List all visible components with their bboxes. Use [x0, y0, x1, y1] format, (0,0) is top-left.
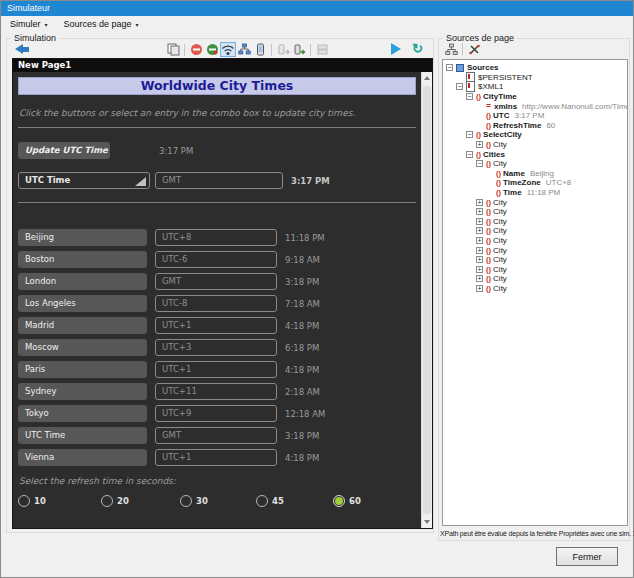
city-button-beijing[interactable]: Beijing: [18, 229, 147, 246]
tree-node[interactable]: +( )City: [443, 284, 627, 294]
radio-icon[interactable]: [333, 495, 345, 507]
radio-icon[interactable]: [18, 495, 30, 507]
expand-icon[interactable]: +: [476, 199, 483, 206]
titlebar[interactable]: Simulateur: [1, 1, 633, 16]
city-button-tokyo[interactable]: Tokyo: [18, 405, 147, 422]
city-zone-field[interactable]: GMT: [155, 273, 277, 290]
reload-icon[interactable]: ↻: [412, 41, 423, 57]
tree-node[interactable]: +( )City: [443, 274, 627, 284]
tree-node[interactable]: −( )CityTime: [443, 92, 627, 102]
device-upload-icon[interactable]: [275, 42, 291, 57]
tree-node[interactable]: −( )City: [443, 159, 627, 169]
scrollbar[interactable]: [421, 72, 432, 528]
expand-icon[interactable]: +: [476, 141, 483, 148]
radio-option-10[interactable]: 10: [18, 494, 46, 507]
city-button-london[interactable]: London: [18, 273, 147, 290]
expand-icon[interactable]: +: [476, 285, 483, 292]
city-zone-field[interactable]: UTC+1: [155, 449, 277, 466]
radio-icon[interactable]: [256, 495, 268, 507]
expand-icon[interactable]: +: [476, 218, 483, 225]
city-zone-field[interactable]: UTC+11: [155, 383, 277, 400]
city-zone-field[interactable]: UTC+1: [155, 317, 277, 334]
city-button-utc-time[interactable]: UTC Time: [18, 427, 147, 444]
radio-option-20[interactable]: 20: [101, 494, 129, 507]
tree-node-label: City: [493, 140, 507, 149]
tree-node[interactable]: ( )Time11:18 PM: [443, 188, 627, 198]
tree-node[interactable]: +( )City: [443, 245, 627, 255]
abort-red-icon[interactable]: [188, 42, 204, 57]
tree-node[interactable]: +( )City: [443, 197, 627, 207]
expand-icon[interactable]: +: [476, 227, 483, 234]
city-zone-field[interactable]: UTC-6: [155, 251, 277, 268]
city-zone-field[interactable]: UTC+3: [155, 339, 277, 356]
tree-node[interactable]: ( )RefreshTime60: [443, 121, 627, 131]
collapse-icon[interactable]: −: [466, 151, 473, 158]
city-zone-field[interactable]: UTC-8: [155, 295, 277, 312]
tree-node[interactable]: =xmlnshttp://www.Nanonull.com/TimeServic…: [443, 101, 627, 111]
city-button-sydney[interactable]: Sydney: [18, 383, 147, 400]
expand-icon[interactable]: +: [476, 275, 483, 282]
back-icon[interactable]: [15, 44, 30, 55]
pages-icon[interactable]: [165, 42, 181, 57]
scroll-up-icon[interactable]: [422, 72, 432, 84]
refresh-label: Select the refresh time in seconds:: [19, 476, 176, 486]
city-button-los-angeles[interactable]: Los Angeles: [18, 295, 147, 312]
collapse-icon[interactable]: −: [466, 93, 473, 100]
city-zone-field[interactable]: UTC+1: [155, 361, 277, 378]
server-icon[interactable]: [314, 42, 330, 57]
mobile-device-icon[interactable]: [252, 42, 268, 57]
collapse-icon[interactable]: −: [476, 160, 483, 167]
tree-node[interactable]: +( )City: [443, 255, 627, 265]
tree-node[interactable]: −( )SelectCity: [443, 130, 627, 140]
network-icon[interactable]: [236, 42, 252, 57]
tree-node[interactable]: +( )City: [443, 236, 627, 246]
expand-icon[interactable]: +: [476, 237, 483, 244]
radio-icon[interactable]: [101, 495, 113, 507]
tree-node[interactable]: +( )City: [443, 207, 627, 217]
menu-simuler[interactable]: Simuler ▾: [10, 19, 48, 29]
city-button-vienna[interactable]: Vienna: [18, 449, 147, 466]
device-sync-icon[interactable]: [291, 42, 307, 57]
tree-node[interactable]: −$XML1: [443, 82, 627, 92]
tree-node[interactable]: +( )City: [443, 140, 627, 150]
dropdown-icon[interactable]: [135, 177, 146, 186]
radio-option-30[interactable]: 30: [180, 494, 208, 507]
city-button-madrid[interactable]: Madrid: [18, 317, 147, 334]
expand-icon[interactable]: +: [476, 247, 483, 254]
city-zone-field[interactable]: GMT: [155, 427, 277, 444]
expand-icon[interactable]: +: [476, 208, 483, 215]
collapse-icon[interactable]: −: [446, 64, 453, 71]
tree-view-icon[interactable]: [443, 42, 459, 57]
scroll-down-icon[interactable]: [422, 516, 432, 528]
city-zone-field[interactable]: UTC+8: [155, 229, 277, 246]
combo-zone-field[interactable]: GMT: [155, 172, 283, 189]
city-combo-box[interactable]: UTC Time: [18, 172, 150, 189]
abort-green-icon[interactable]: [204, 42, 220, 57]
city-button-paris[interactable]: Paris: [18, 361, 147, 378]
city-button-moscow[interactable]: Moscow: [18, 339, 147, 356]
play-icon[interactable]: [391, 43, 401, 55]
expand-icon[interactable]: +: [476, 266, 483, 273]
city-zone-field[interactable]: UTC+9: [155, 405, 277, 422]
collapse-icon[interactable]: −: [466, 131, 473, 138]
tree-node[interactable]: −( )Cities: [443, 149, 627, 159]
delete-xml-icon[interactable]: [466, 42, 482, 57]
tree-node[interactable]: +( )City: [443, 264, 627, 274]
radio-option-45[interactable]: 45: [256, 494, 284, 507]
radio-option-60[interactable]: 60: [333, 494, 361, 507]
scrollbar-thumb[interactable]: [423, 86, 431, 514]
tree-node[interactable]: ( )UTC3:17 PM: [443, 111, 627, 121]
wifi-icon[interactable]: [220, 42, 236, 57]
collapse-icon[interactable]: −: [456, 83, 463, 90]
city-button-boston[interactable]: Boston: [18, 251, 147, 268]
tree-node[interactable]: +( )City: [443, 217, 627, 227]
close-button[interactable]: Fermer: [556, 547, 618, 566]
tree-node[interactable]: ( )TimeZoneUTC+8: [443, 178, 627, 188]
update-utc-time-button[interactable]: Update UTC Time: [18, 142, 110, 159]
expand-icon[interactable]: +: [476, 256, 483, 263]
tree-node[interactable]: ( )NameBeijing: [443, 169, 627, 179]
menu-sources-de-page[interactable]: Sources de page ▾: [64, 19, 139, 29]
sources-tree[interactable]: −Sources$PERSISTENT−$XML1−( )CityTime=xm…: [442, 59, 628, 526]
tree-node[interactable]: +( )City: [443, 226, 627, 236]
radio-icon[interactable]: [180, 495, 192, 507]
